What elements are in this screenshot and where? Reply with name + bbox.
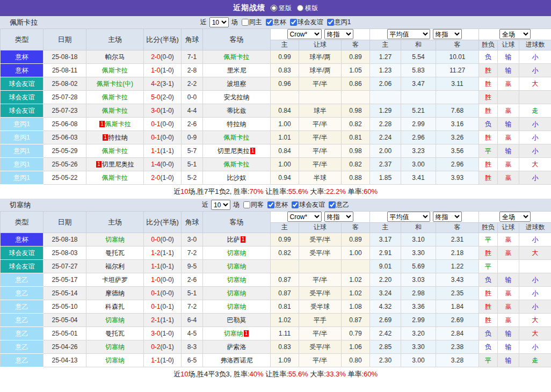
league-1-filter[interactable]: 球会友谊	[289, 200, 325, 209]
team-name[interactable]: 比萨	[227, 236, 240, 243]
recent-count-select[interactable]: 10	[211, 200, 230, 210]
team-name[interactable]: 佩斯卡拉	[102, 93, 128, 101]
team-name[interactable]: 佩斯卡拉	[102, 67, 128, 74]
league-2-checkbox[interactable]	[329, 201, 336, 208]
league-1-checkbox[interactable]	[290, 19, 297, 26]
team-name[interactable]: 切塞纳	[105, 357, 125, 364]
score-cell: 0-1(0-0)	[144, 131, 182, 144]
halftime-score: (0-0)	[161, 276, 174, 284]
horizontal-radio-icon[interactable]	[297, 5, 303, 11]
team-name[interactable]: 科森扎	[105, 303, 125, 310]
team-name[interactable]: 波坦察	[227, 80, 247, 88]
home-team-cell: 帕尔马	[86, 50, 144, 64]
crow-away-odds: 0.86	[342, 77, 370, 91]
team-name[interactable]: 佩斯卡拉	[102, 174, 128, 182]
summary-value: 55.6%	[288, 187, 308, 195]
league-0-checkbox[interactable]	[267, 201, 274, 208]
team-name[interactable]: 切里尼奥拉	[102, 161, 134, 168]
team-name[interactable]: 切塞纳	[227, 289, 247, 297]
team-name[interactable]: 切塞纳	[105, 316, 125, 324]
team-name[interactable]: 切塞纳	[227, 303, 247, 310]
team-name[interactable]: 萨索洛	[227, 343, 247, 351]
home-team-cell: 切塞纳	[86, 354, 144, 367]
final-average-select[interactable]: 终指	[433, 29, 462, 39]
final-odds-select[interactable]: 终指	[324, 29, 353, 39]
team-name[interactable]: 蒂比兹	[227, 107, 247, 114]
avg-draw-odds: 3.20	[401, 327, 436, 340]
fulltime-score: 0-1	[151, 303, 160, 310]
team-name[interactable]: 佩斯卡拉	[105, 120, 131, 128]
league-0-filter[interactable]: 意杯	[264, 18, 286, 27]
team-name[interactable]: 佩斯卡拉(中)	[97, 80, 133, 88]
crow-handicap: 平/半	[299, 354, 342, 367]
recent-count-select[interactable]: 10	[209, 17, 229, 27]
col-handicap-result: 让球	[498, 222, 519, 233]
team-name[interactable]: 曼托瓦	[105, 330, 125, 337]
league-2-label: 意乙	[336, 200, 349, 209]
final-odds-select[interactable]: 终指	[324, 212, 353, 222]
halftime-score: (0-0)	[161, 161, 174, 168]
team-name[interactable]: 切塞纳	[224, 330, 243, 337]
team-name[interactable]: 福尔利	[105, 263, 125, 270]
match-date: 25-08-18	[44, 233, 86, 246]
team-name[interactable]: 特拉纳	[227, 120, 247, 128]
team-name[interactable]: 曼托瓦	[105, 249, 125, 257]
league-2-filter[interactable]: 意丙1	[325, 18, 351, 27]
match-row: 意丙125-06-081佩斯卡拉0-1(0-0)2-6特拉纳1.00平/半0.8…	[1, 118, 551, 131]
goals-result-cell: 小	[519, 64, 551, 77]
fulltime-select[interactable]: 全场	[499, 212, 531, 222]
team-name[interactable]: 佩斯卡拉	[224, 53, 250, 61]
average-select[interactable]: 平均值	[387, 29, 430, 39]
league-2-filter[interactable]: 意乙	[327, 200, 349, 209]
league-1-filter[interactable]: 球会友谊	[288, 18, 323, 27]
crow-away-odds: 0.98	[342, 104, 370, 118]
crow-away-odds: 1.00	[342, 246, 370, 260]
league-0-filter[interactable]: 意杯	[265, 200, 288, 209]
team-name[interactable]: 切塞纳	[227, 263, 247, 270]
team-name[interactable]: 弗洛西诺尼	[221, 357, 253, 364]
same-venue-filter[interactable]: 同客	[241, 200, 264, 209]
team-name[interactable]: 佩斯卡拉	[224, 161, 250, 168]
layout-radio-vertical[interactable]: 竖版	[271, 4, 292, 13]
league-1-checkbox[interactable]	[292, 201, 299, 208]
crow-away-odds: 0.79	[342, 327, 370, 340]
match-date: 25-04-26	[44, 340, 86, 354]
halftime-score: (1-1)	[161, 316, 174, 324]
odds-company-select[interactable]: Crow*	[287, 212, 322, 222]
team-name[interactable]: 摩德纳	[105, 289, 125, 297]
final-average-select[interactable]: 终指	[433, 212, 462, 222]
team-name[interactable]: 巴勒莫	[227, 316, 247, 324]
layout-radio-horizontal[interactable]: 横版	[297, 4, 318, 13]
team-name[interactable]: 切塞纳	[105, 236, 125, 243]
score-cell: 2-1(1-1)	[144, 314, 182, 327]
same-venue-filter[interactable]: 同主	[240, 18, 262, 27]
team-name[interactable]: 比沙奴	[227, 174, 247, 182]
team-name[interactable]: 切塞纳	[105, 343, 125, 351]
away-team-cell: 切塞纳	[203, 300, 271, 314]
team-name[interactable]: 安戈拉纳	[224, 93, 250, 101]
team-name[interactable]: 里米尼	[227, 67, 247, 74]
average-selects: 平均值终指	[370, 29, 479, 39]
team-name[interactable]: 切塞纳	[227, 276, 247, 284]
fulltime-select[interactable]: 全场	[499, 29, 531, 39]
team-name[interactable]: 切里尼奥拉	[218, 147, 250, 155]
average-select[interactable]: 平均值	[387, 212, 430, 222]
goals-result-cell: 小	[519, 287, 551, 300]
team-name[interactable]: 佩斯卡拉	[102, 147, 128, 155]
league-type-badge: 意丙1	[1, 171, 44, 185]
odds-company-select[interactable]: Crow*	[287, 29, 322, 39]
team-name[interactable]: 佩斯卡拉	[102, 107, 128, 114]
team-name[interactable]: 切塞纳	[227, 249, 247, 257]
fulltime-score: 4-2	[151, 80, 160, 88]
league-0-checkbox[interactable]	[266, 19, 273, 26]
league-2-checkbox[interactable]	[327, 19, 334, 26]
team-name[interactable]: 佩斯卡拉	[224, 134, 250, 141]
same-venue-checkbox[interactable]	[242, 19, 249, 26]
team-name[interactable]: 帕尔马	[105, 53, 125, 61]
same-venue-checkbox[interactable]	[243, 201, 250, 208]
team-name[interactable]: 卡坦萨罗	[102, 276, 128, 284]
vertical-radio-icon[interactable]	[271, 5, 277, 11]
result-cell: 胜	[479, 171, 498, 185]
crow-home-odds: 0.82	[271, 246, 299, 260]
team-name[interactable]: 特拉纳	[108, 134, 128, 141]
